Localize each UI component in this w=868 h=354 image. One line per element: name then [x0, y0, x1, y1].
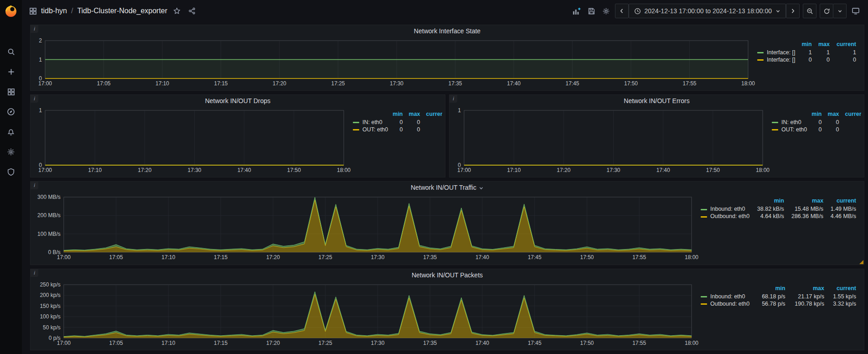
- svg-text:17:50: 17:50: [624, 80, 638, 87]
- panel-title[interactable]: Network Interface State: [414, 27, 480, 35]
- time-series-chart[interactable]: 0 p/s50 kp/s100 kp/s150 kp/s200 kp/s250 …: [33, 281, 699, 348]
- add-panel-icon: [572, 7, 581, 16]
- legend-value-max: 1: [813, 49, 831, 56]
- grafana-logo[interactable]: [4, 4, 18, 18]
- legend-header-min[interactable]: min: [388, 110, 404, 119]
- svg-text:17:40: 17:40: [656, 167, 670, 173]
- legend-header-current[interactable]: current: [831, 41, 858, 49]
- panel-info-corner[interactable]: i: [31, 182, 38, 189]
- svg-text:1: 1: [458, 107, 461, 114]
- time-series-chart[interactable]: 0117:0017:1017:2017:3017:4017:5018:00: [33, 107, 351, 175]
- legend-header-min[interactable]: min: [751, 197, 785, 205]
- legend-header-max[interactable]: max: [785, 197, 825, 205]
- legend-header-current[interactable]: current: [826, 285, 858, 293]
- time-range-picker[interactable]: 2024-12-13 17:00:00 to 2024-12-13 18:00:…: [629, 4, 786, 18]
- legend-series-label[interactable]: OUT: eth0: [353, 126, 388, 133]
- svg-text:17:50: 17:50: [580, 254, 594, 260]
- panel-title[interactable]: Network IN/OUT Errors: [624, 97, 689, 104]
- panel-info-corner[interactable]: i: [31, 25, 38, 33]
- legend-value-current: 0: [422, 119, 442, 126]
- legend-value-max: 190.78 kp/s: [787, 300, 826, 307]
- save-dashboard-button[interactable]: [586, 5, 597, 17]
- legend-value-max: 21.17 kp/s: [787, 293, 826, 300]
- navbar: tidb-hyn / Tidb-Cluster-Node_exporter: [22, 0, 868, 22]
- legend-series-label[interactable]: Outbound: eth0: [701, 213, 751, 220]
- svg-text:17:10: 17:10: [507, 167, 521, 173]
- refresh-button[interactable]: [820, 4, 833, 18]
- create-button[interactable]: [0, 62, 22, 82]
- svg-text:17:30: 17:30: [371, 340, 384, 346]
- chevron-down-icon: [837, 9, 842, 14]
- legend-header-min[interactable]: min: [807, 110, 823, 119]
- breadcrumb-folder[interactable]: tidb-hyn: [41, 7, 67, 15]
- time-series-chart[interactable]: 01217:0017:0517:1017:1517:2017:2517:3017…: [33, 37, 755, 88]
- svg-text:18:00: 18:00: [337, 167, 351, 173]
- refresh-interval-dropdown[interactable]: [833, 4, 847, 18]
- panel-title[interactable]: Network IN/OUT Packets: [412, 271, 483, 279]
- dashboards-grid-icon: [7, 88, 15, 96]
- legend-series-label[interactable]: Inbound: eth0: [701, 293, 754, 300]
- panel-info-corner[interactable]: i: [450, 95, 457, 103]
- legend-series-swatch-icon: [757, 59, 764, 61]
- dashboard-grid-icon: [29, 7, 37, 15]
- search-icon: [7, 48, 15, 56]
- legend-value-max: 0: [823, 119, 841, 126]
- panel-title[interactable]: Network IN/OUT Traffic: [411, 184, 476, 191]
- svg-text:17:50: 17:50: [287, 167, 301, 173]
- refresh-controls: [820, 4, 847, 18]
- svg-text:17:55: 17:55: [632, 254, 646, 260]
- dashboard-settings-button[interactable]: [600, 5, 612, 17]
- sidebar-item-dashboards[interactable]: [0, 82, 22, 102]
- legend-value-min: 0: [388, 126, 404, 133]
- svg-text:17:15: 17:15: [214, 80, 227, 87]
- panel-menu-caret-icon[interactable]: [479, 186, 484, 191]
- legend-series-label[interactable]: Interface: []: [757, 56, 796, 63]
- svg-text:17:05: 17:05: [97, 80, 110, 87]
- sidebar-item-configuration[interactable]: [0, 142, 22, 162]
- search-button[interactable]: [0, 42, 22, 62]
- star-dashboard-button[interactable]: [171, 5, 182, 16]
- time-shift-forward-button[interactable]: [786, 4, 800, 18]
- legend-header-min[interactable]: min: [796, 41, 813, 49]
- legend-series-label[interactable]: Outbound: eth0: [701, 300, 754, 307]
- panel-network-packets: i Network IN/OUT Packets 0 p/s50 kp/s100…: [30, 269, 864, 350]
- panel-info-corner[interactable]: i: [31, 269, 38, 277]
- legend-series-label[interactable]: IN: eth0: [353, 119, 388, 126]
- legend-series-label[interactable]: Interface: []: [757, 49, 796, 56]
- legend-header-current[interactable]: current: [841, 110, 861, 119]
- info-icon: i: [34, 26, 35, 31]
- svg-text:17:40: 17:40: [238, 167, 251, 173]
- chart-legend: minmaxcurrentIN: eth0000OUT: eth0000: [351, 107, 442, 175]
- legend-value-max: 286.36 MB/s: [785, 213, 825, 220]
- legend-series-label[interactable]: Inbound: eth0: [701, 205, 751, 213]
- legend-series-label[interactable]: OUT: eth0: [772, 126, 807, 133]
- sidebar-item-server-admin[interactable]: [0, 162, 22, 182]
- legend-row: Outbound: eth056.78 p/s190.78 kp/s3.32 k…: [701, 300, 858, 307]
- legend-header-min[interactable]: min: [754, 285, 787, 293]
- zoom-out-button[interactable]: [803, 4, 816, 18]
- add-panel-button[interactable]: [570, 5, 583, 17]
- svg-text:17:10: 17:10: [155, 80, 169, 87]
- legend-header-max[interactable]: max: [813, 41, 831, 49]
- legend-header-max[interactable]: max: [404, 110, 422, 119]
- panel-resize-handle[interactable]: [859, 260, 863, 264]
- panel-info-corner[interactable]: i: [31, 95, 38, 103]
- panel-title[interactable]: Network IN/OUT Drops: [205, 97, 271, 104]
- svg-text:200 kp/s: 200 kp/s: [40, 292, 60, 298]
- legend-series-label[interactable]: IN: eth0: [772, 119, 807, 126]
- legend-header-max[interactable]: max: [823, 110, 841, 119]
- time-series-chart[interactable]: 0117:0017:1017:2017:3017:4017:5018:00: [452, 107, 770, 175]
- breadcrumb-dashboard-title[interactable]: Tidb-Cluster-Node_exporter: [77, 7, 167, 15]
- sidebar-item-alerting[interactable]: [0, 122, 22, 142]
- legend-header-current[interactable]: current: [825, 197, 858, 205]
- panel-header: Network Interface State: [31, 25, 864, 37]
- legend-header-max[interactable]: max: [787, 285, 826, 293]
- legend-header-current[interactable]: current: [422, 110, 442, 119]
- share-dashboard-button[interactable]: [186, 5, 197, 16]
- time-shift-back-button[interactable]: [615, 4, 629, 18]
- sidebar-item-explore[interactable]: [0, 102, 22, 122]
- svg-text:17:50: 17:50: [580, 340, 594, 346]
- cycle-view-mode-button[interactable]: [850, 5, 862, 17]
- time-series-chart[interactable]: 0 B/s100 MB/s200 MB/s300 MB/s17:0017:051…: [33, 193, 699, 262]
- legend-row: IN: eth0000: [772, 119, 861, 126]
